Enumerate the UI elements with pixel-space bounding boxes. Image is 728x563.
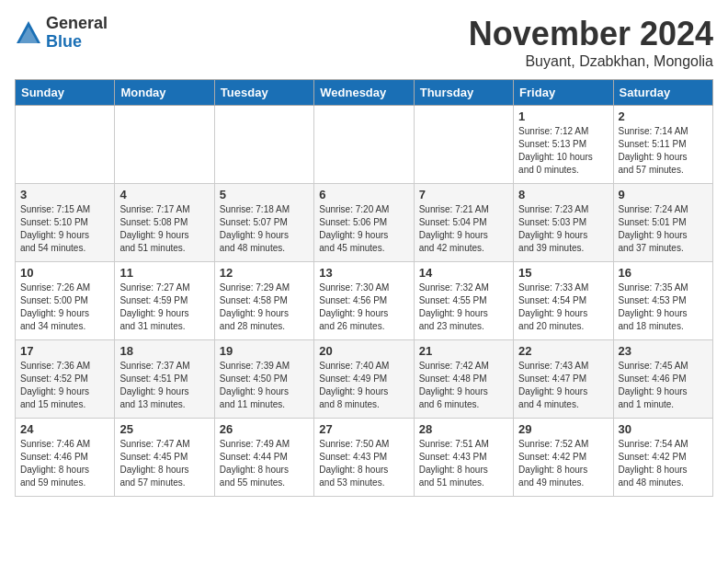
table-cell: 28Sunrise: 7:51 AM Sunset: 4:43 PM Dayli… (414, 419, 513, 497)
day-number: 20 (319, 344, 408, 358)
day-number: 16 (619, 266, 708, 280)
day-info: Sunrise: 7:18 AM Sunset: 5:07 PM Dayligh… (220, 203, 309, 255)
day-info: Sunrise: 7:29 AM Sunset: 4:58 PM Dayligh… (220, 282, 309, 333)
day-info: Sunrise: 7:12 AM Sunset: 5:13 PM Dayligh… (518, 125, 608, 177)
day-info: Sunrise: 7:51 AM Sunset: 4:43 PM Dayligh… (419, 438, 508, 489)
day-info: Sunrise: 7:37 AM Sunset: 4:51 PM Dayligh… (119, 360, 209, 411)
table-cell: 24Sunrise: 7:46 AM Sunset: 4:46 PM Dayli… (16, 419, 115, 497)
logo-general: General (46, 15, 108, 33)
day-number: 4 (119, 188, 209, 201)
table-cell: 23Sunrise: 7:45 AM Sunset: 4:46 PM Dayli… (613, 340, 712, 419)
table-cell: 15Sunrise: 7:33 AM Sunset: 4:54 PM Dayli… (514, 262, 613, 340)
day-info: Sunrise: 7:40 AM Sunset: 4:49 PM Dayligh… (319, 360, 408, 411)
day-info: Sunrise: 7:36 AM Sunset: 4:52 PM Dayligh… (20, 360, 109, 411)
day-number: 1 (518, 109, 608, 123)
day-info: Sunrise: 7:45 AM Sunset: 4:46 PM Dayligh… (619, 360, 708, 411)
location-subtitle: Buyant, Dzabkhan, Mongolia (469, 53, 713, 70)
title-area: November 2024 Buyant, Dzabkhan, Mongolia (469, 15, 713, 70)
col-saturday: Saturday (613, 80, 712, 106)
day-number: 15 (518, 266, 608, 280)
table-cell: 21Sunrise: 7:42 AM Sunset: 4:48 PM Dayli… (414, 340, 513, 419)
logo-blue: Blue (46, 33, 108, 52)
table-cell: 10Sunrise: 7:26 AM Sunset: 5:00 PM Dayli… (16, 262, 115, 340)
day-number: 7 (419, 188, 508, 201)
table-cell: 2Sunrise: 7:14 AM Sunset: 5:11 PM Daylig… (613, 106, 712, 184)
day-info: Sunrise: 7:15 AM Sunset: 5:10 PM Dayligh… (20, 203, 109, 255)
day-number: 24 (20, 422, 109, 436)
day-info: Sunrise: 7:47 AM Sunset: 4:45 PM Dayligh… (119, 438, 209, 489)
day-info: Sunrise: 7:17 AM Sunset: 5:08 PM Dayligh… (119, 203, 209, 255)
day-number: 18 (119, 344, 209, 358)
table-cell: 5Sunrise: 7:18 AM Sunset: 5:07 PM Daylig… (214, 184, 313, 262)
week-row-2: 3Sunrise: 7:15 AM Sunset: 5:10 PM Daylig… (16, 184, 713, 262)
day-number: 5 (220, 188, 309, 201)
day-number: 25 (119, 422, 209, 436)
table-cell: 16Sunrise: 7:35 AM Sunset: 4:53 PM Dayli… (613, 262, 712, 340)
day-number: 29 (518, 422, 608, 436)
table-cell: 6Sunrise: 7:20 AM Sunset: 5:06 PM Daylig… (314, 184, 414, 262)
day-info: Sunrise: 7:46 AM Sunset: 4:46 PM Dayligh… (20, 438, 109, 489)
day-number: 12 (220, 266, 309, 280)
table-cell: 20Sunrise: 7:40 AM Sunset: 4:49 PM Dayli… (314, 340, 414, 419)
day-number: 2 (619, 109, 708, 123)
day-number: 27 (319, 422, 408, 436)
col-sunday: Sunday (16, 80, 115, 106)
table-cell: 29Sunrise: 7:52 AM Sunset: 4:42 PM Dayli… (514, 419, 613, 497)
day-number: 22 (518, 344, 608, 358)
day-info: Sunrise: 7:54 AM Sunset: 4:42 PM Dayligh… (619, 438, 708, 489)
day-number: 6 (319, 188, 408, 201)
day-number: 23 (619, 344, 708, 358)
day-info: Sunrise: 7:39 AM Sunset: 4:50 PM Dayligh… (220, 360, 309, 411)
table-cell (115, 106, 214, 184)
day-number: 21 (419, 344, 508, 358)
day-info: Sunrise: 7:26 AM Sunset: 5:00 PM Dayligh… (20, 282, 109, 333)
logo-text: General Blue (46, 15, 108, 52)
day-info: Sunrise: 7:32 AM Sunset: 4:55 PM Dayligh… (419, 282, 508, 333)
col-friday: Friday (514, 80, 613, 106)
day-info: Sunrise: 7:20 AM Sunset: 5:06 PM Dayligh… (319, 203, 408, 255)
table-cell: 26Sunrise: 7:49 AM Sunset: 4:44 PM Dayli… (214, 419, 313, 497)
week-row-5: 24Sunrise: 7:46 AM Sunset: 4:46 PM Dayli… (16, 419, 713, 497)
table-cell: 18Sunrise: 7:37 AM Sunset: 4:51 PM Dayli… (115, 340, 214, 419)
header: General Blue November 2024 Buyant, Dzabk… (15, 15, 713, 70)
table-cell: 11Sunrise: 7:27 AM Sunset: 4:59 PM Dayli… (115, 262, 214, 340)
table-cell: 9Sunrise: 7:24 AM Sunset: 5:01 PM Daylig… (613, 184, 712, 262)
table-cell: 4Sunrise: 7:17 AM Sunset: 5:08 PM Daylig… (115, 184, 214, 262)
day-info: Sunrise: 7:14 AM Sunset: 5:11 PM Dayligh… (619, 125, 708, 177)
day-info: Sunrise: 7:24 AM Sunset: 5:01 PM Dayligh… (619, 203, 708, 255)
day-number: 10 (20, 266, 109, 280)
day-info: Sunrise: 7:50 AM Sunset: 4:43 PM Dayligh… (319, 438, 408, 489)
table-cell: 1Sunrise: 7:12 AM Sunset: 5:13 PM Daylig… (514, 106, 613, 184)
header-row: Sunday Monday Tuesday Wednesday Thursday… (16, 80, 713, 106)
table-cell (16, 106, 115, 184)
day-info: Sunrise: 7:43 AM Sunset: 4:47 PM Dayligh… (518, 360, 608, 411)
day-number: 30 (619, 422, 708, 436)
table-cell: 7Sunrise: 7:21 AM Sunset: 5:04 PM Daylig… (414, 184, 513, 262)
col-wednesday: Wednesday (314, 80, 414, 106)
week-row-1: 1Sunrise: 7:12 AM Sunset: 5:13 PM Daylig… (16, 106, 713, 184)
day-number: 17 (20, 344, 109, 358)
day-info: Sunrise: 7:33 AM Sunset: 4:54 PM Dayligh… (518, 282, 608, 333)
day-number: 19 (220, 344, 309, 358)
table-cell: 22Sunrise: 7:43 AM Sunset: 4:47 PM Dayli… (514, 340, 613, 419)
col-thursday: Thursday (414, 80, 513, 106)
day-info: Sunrise: 7:27 AM Sunset: 4:59 PM Dayligh… (119, 282, 209, 333)
day-number: 26 (220, 422, 309, 436)
col-tuesday: Tuesday (214, 80, 313, 106)
week-row-4: 17Sunrise: 7:36 AM Sunset: 4:52 PM Dayli… (16, 340, 713, 419)
day-number: 13 (319, 266, 408, 280)
day-info: Sunrise: 7:35 AM Sunset: 4:53 PM Dayligh… (619, 282, 708, 333)
month-title: November 2024 (469, 15, 713, 53)
table-cell: 13Sunrise: 7:30 AM Sunset: 4:56 PM Dayli… (314, 262, 414, 340)
calendar-table: Sunday Monday Tuesday Wednesday Thursday… (15, 79, 713, 497)
table-cell: 25Sunrise: 7:47 AM Sunset: 4:45 PM Dayli… (115, 419, 214, 497)
day-number: 11 (119, 266, 209, 280)
day-info: Sunrise: 7:21 AM Sunset: 5:04 PM Dayligh… (419, 203, 508, 255)
day-info: Sunrise: 7:49 AM Sunset: 4:44 PM Dayligh… (220, 438, 309, 489)
day-number: 3 (20, 188, 109, 201)
logo-icon (15, 19, 42, 47)
day-info: Sunrise: 7:42 AM Sunset: 4:48 PM Dayligh… (419, 360, 508, 411)
day-number: 14 (419, 266, 508, 280)
table-cell (214, 106, 313, 184)
table-cell: 8Sunrise: 7:23 AM Sunset: 5:03 PM Daylig… (514, 184, 613, 262)
